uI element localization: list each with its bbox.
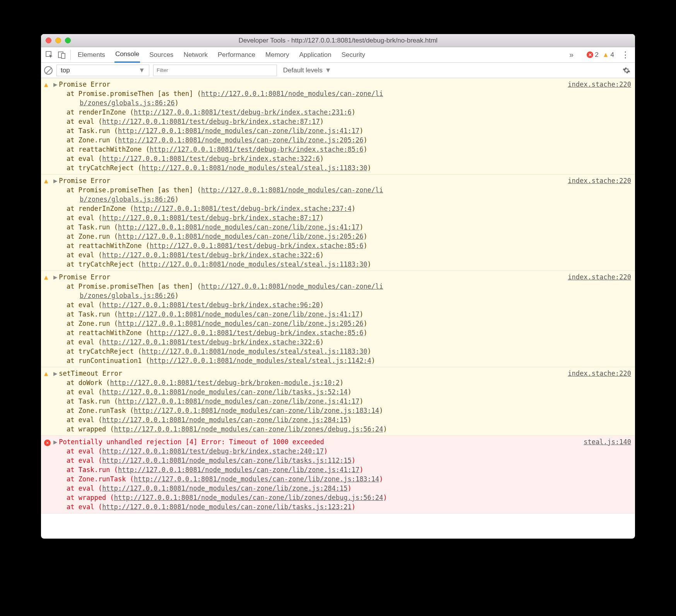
stack-link[interactable]: http://127.0.0.1:8081/node_modules/can-z… — [118, 223, 359, 231]
tab-performance[interactable]: Performance — [217, 48, 256, 62]
stack-frame: at Zone.run (http://127.0.0.1:8081/node_… — [67, 232, 632, 241]
panel-tabs: ElementsConsoleSourcesNetworkPerformance… — [77, 47, 366, 63]
tab-elements[interactable]: Elements — [77, 48, 106, 62]
stack-frame: at reattachWithZone (http://127.0.0.1:80… — [67, 328, 632, 337]
stack-link[interactable]: http://127.0.0.1:8081/node_modules/can-z… — [102, 484, 348, 492]
stack-link[interactable]: http://127.0.0.1:8081/test/debug-brk/ind… — [150, 242, 364, 250]
stack-link[interactable]: http://127.0.0.1:8081/node_modules/can-z… — [118, 320, 364, 327]
console-entry: ▲▶Promise Errorindex.stache:220 at Promi… — [41, 175, 635, 271]
stack-frame: at runContinuation1 (http://127.0.0.1:80… — [67, 356, 632, 365]
divider — [70, 50, 71, 60]
stack-link[interactable]: http://127.0.0.1:8081/node_modules/can-z… — [114, 425, 383, 433]
console-output: ▲▶Promise Errorindex.stache:220 at Promi… — [41, 78, 635, 539]
stack-link[interactable]: http://127.0.0.1:8081/node_modules/can-z… — [102, 416, 348, 424]
more-menu-icon[interactable]: ⋮ — [618, 50, 633, 60]
devtools-window: Developer Tools - http://127.0.0.1:8081/… — [41, 34, 635, 539]
stack-link[interactable]: http://127.0.0.1:8081/node_modules/can-z… — [114, 494, 383, 501]
expand-arrow-icon[interactable]: ▶ — [53, 80, 57, 89]
tab-network[interactable]: Network — [183, 48, 208, 62]
stack-frame: at reattachWithZone (http://127.0.0.1:80… — [67, 145, 632, 154]
settings-icon[interactable] — [623, 67, 630, 74]
titlebar: Developer Tools - http://127.0.0.1:8081/… — [41, 34, 635, 47]
stack-link[interactable]: http://127.0.0.1:8081/node_modules/can-z… — [118, 397, 359, 405]
stack-link[interactable]: http://127.0.0.1:8081/node_modules/can-z… — [118, 466, 359, 474]
stack-frame: at Zone.runTask (http://127.0.0.1:8081/n… — [67, 406, 632, 415]
console-entry: ▲▶Promise Errorindex.stache:220 at Promi… — [41, 78, 635, 175]
stack-link[interactable]: http://127.0.0.1:8081/node_modules/can-z… — [118, 136, 364, 144]
stack-frame: at eval (http://127.0.0.1:8081/node_modu… — [67, 484, 632, 493]
stack-link[interactable]: http://127.0.0.1:8081/node_modules/can-z… — [118, 233, 364, 240]
tab-application[interactable]: Application — [299, 48, 332, 62]
stack-link[interactable]: http://127.0.0.1:8081/test/debug-brk/bro… — [110, 379, 340, 387]
stack-link[interactable]: http://127.0.0.1:8081/node_modules/steal… — [142, 260, 367, 268]
warn-icon: ▲ — [44, 177, 48, 185]
stack-link[interactable]: http://127.0.0.1:8081/test/debug-brk/ind… — [150, 145, 364, 153]
stack-link[interactable]: http://127.0.0.1:8081/test/debug-brk/ind… — [102, 338, 320, 346]
stack-link[interactable]: http://127.0.0.1:8081/node_modules/can-z… — [118, 310, 359, 318]
stack-link[interactable]: http://127.0.0.1:8081/test/debug-brk/ind… — [102, 301, 320, 309]
entry-title: setTimeout Error — [59, 369, 122, 378]
window-close-button[interactable] — [46, 38, 51, 43]
window-minimize-button[interactable] — [55, 38, 61, 43]
levels-label: Default levels — [283, 67, 323, 74]
stack-frame: at renderInZone (http://127.0.0.1:8081/t… — [67, 108, 632, 117]
stack-frame: at tryCatchReject (http://127.0.0.1:8081… — [67, 347, 632, 356]
stack-link[interactable]: http://127.0.0.1:8081/test/debug-brk/ind… — [102, 118, 320, 125]
entry-title: Promise Error — [59, 176, 110, 185]
stack-frame: at eval (http://127.0.0.1:8081/test/debu… — [67, 337, 632, 347]
stack-link[interactable]: http://127.0.0.1:8081/node_modules/can-z… — [102, 457, 352, 464]
stack-link[interactable]: http://127.0.0.1:8081/node_modules/steal… — [150, 357, 371, 364]
expand-arrow-icon[interactable]: ▶ — [53, 272, 57, 282]
stack-link[interactable]: http://127.0.0.1:8081/test/debug-brk/ind… — [102, 251, 320, 259]
tab-security[interactable]: Security — [341, 48, 366, 62]
stack-link[interactable]: http://127.0.0.1:8081/node_modules/can-z… — [102, 388, 348, 396]
source-link[interactable]: index.stache:220 — [568, 369, 631, 378]
stack-frame: at eval (http://127.0.0.1:8081/test/debu… — [67, 447, 632, 456]
stack-link[interactable]: http://127.0.0.1:8081/node_modules/can-z… — [102, 503, 352, 511]
tab-sources[interactable]: Sources — [149, 48, 174, 62]
stack-frame: at Task.run (http://127.0.0.1:8081/node_… — [67, 397, 632, 406]
stack-link[interactable]: http://127.0.0.1:8081/test/debug-brk/ind… — [102, 447, 324, 455]
stack-link[interactable]: http://127.0.0.1:8081/node_modules/can-z… — [134, 407, 379, 414]
source-link[interactable]: index.stache:220 — [568, 80, 631, 89]
log-levels-selector[interactable]: Default levels ▼ — [283, 67, 331, 74]
source-link[interactable]: index.stache:220 — [568, 176, 631, 185]
tab-memory[interactable]: Memory — [265, 48, 290, 62]
stack-link[interactable]: http://127.0.0.1:8081/node_modules/can-z… — [118, 127, 359, 135]
source-link[interactable]: index.stache:220 — [568, 272, 631, 282]
context-label: top — [61, 67, 70, 74]
overflow-tabs-button[interactable]: » — [569, 50, 574, 59]
stack-link[interactable]: http://127.0.0.1:8081/node_modules/can-z… — [134, 475, 379, 483]
stack-frame: at eval (http://127.0.0.1:8081/node_modu… — [67, 502, 632, 512]
stack-frame: at eval (http://127.0.0.1:8081/test/debu… — [67, 250, 632, 260]
error-count-text: 2 — [595, 51, 598, 59]
expand-arrow-icon[interactable]: ▶ — [53, 437, 57, 447]
window-title: Developer Tools - http://127.0.0.1:8081/… — [45, 37, 631, 44]
inspect-element-icon[interactable] — [43, 49, 56, 61]
warn-count-badge[interactable]: ▲ 4 — [603, 51, 614, 59]
stack-frame: at reattachWithZone (http://127.0.0.1:80… — [67, 241, 632, 250]
tab-console[interactable]: Console — [114, 47, 140, 63]
context-selector[interactable]: top ▼ — [56, 65, 149, 76]
stack-frame: at wrapped (http://127.0.0.1:8081/node_m… — [67, 424, 632, 434]
stack-link[interactable]: http://127.0.0.1:8081/node_modules/steal… — [142, 164, 367, 172]
clear-console-icon[interactable] — [44, 66, 53, 75]
stack-link[interactable]: http://127.0.0.1:8081/test/debug-brk/ind… — [102, 214, 320, 222]
chevron-down-icon: ▼ — [138, 67, 145, 74]
window-maximize-button[interactable] — [65, 38, 71, 43]
stack-link[interactable]: http://127.0.0.1:8081/node_modules/steal… — [142, 347, 367, 355]
expand-arrow-icon[interactable]: ▶ — [53, 176, 57, 185]
source-link[interactable]: steal.js:140 — [584, 437, 631, 447]
entry-title: Promise Error — [59, 80, 110, 89]
stack-link[interactable]: http://127.0.0.1:8081/test/debug-brk/ind… — [134, 108, 352, 116]
stack-link[interactable]: http://127.0.0.1:8081/test/debug-brk/ind… — [150, 329, 364, 337]
filter-input[interactable] — [153, 65, 277, 76]
expand-arrow-icon[interactable]: ▶ — [53, 369, 57, 378]
stack-frame: at eval (http://127.0.0.1:8081/node_modu… — [67, 456, 632, 465]
stack-frame: at Promise.promiseThen [as then] (http:/… — [67, 89, 384, 108]
stack-frame: at doWork (http://127.0.0.1:8081/test/de… — [67, 378, 632, 387]
stack-link[interactable]: http://127.0.0.1:8081/test/debug-brk/ind… — [102, 155, 320, 163]
device-toggle-icon[interactable] — [56, 49, 68, 61]
stack-link[interactable]: http://127.0.0.1:8081/test/debug-brk/ind… — [134, 205, 352, 212]
error-count-badge[interactable]: ✕ 2 — [587, 51, 598, 59]
